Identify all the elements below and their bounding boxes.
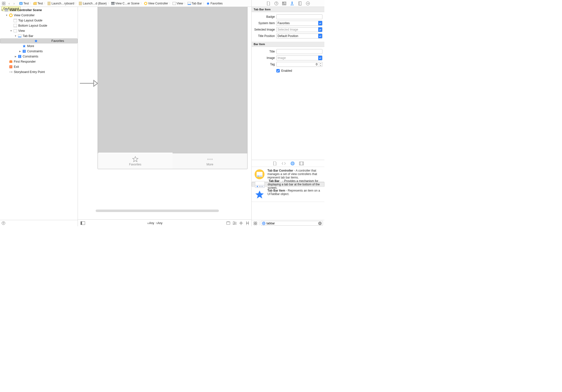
breadcrumb: Test〉 Test〉 Launch…ryboard〉 Launch…d (Ba… (19, 2, 223, 5)
breadcrumb-tabbar[interactable]: Tab Bar (187, 2, 202, 5)
svg-rect-7 (79, 2, 82, 5)
library-search-input[interactable] (266, 222, 317, 225)
size-class-control[interactable]: wAny hAny (88, 221, 222, 225)
svg-rect-38 (14, 29, 17, 32)
section-baritem: Bar Item (252, 42, 324, 47)
breadcrumb-vc[interactable]: View Controller (143, 2, 169, 5)
canvas-tab-favorites[interactable]: Favorites (98, 153, 173, 169)
svg-text:?: ? (276, 2, 277, 5)
svg-marker-81 (247, 222, 248, 224)
breadcrumb-storyboard[interactable]: Launch…ryboard (47, 2, 75, 5)
help-inspector-icon[interactable]: ? (274, 1, 279, 6)
tree-more[interactable]: More (0, 43, 78, 49)
tree-scene[interactable]: ▼ View Controller Scene (0, 7, 78, 13)
tree-tabbar[interactable]: ▼ Tab Bar (0, 33, 78, 38)
title-position-select[interactable]: Default Position▴▾ (276, 34, 322, 38)
system-item-select[interactable]: Favorites▴▾ (276, 21, 322, 26)
connections-inspector-icon[interactable] (306, 1, 310, 6)
svg-point-65 (211, 159, 212, 160)
pin-button[interactable] (239, 221, 243, 225)
library-tab-bar (252, 160, 324, 167)
svg-marker-62 (133, 157, 138, 162)
tree-first-responder[interactable]: First Responder (0, 59, 78, 64)
enabled-checkbox[interactable]: Enabled (276, 69, 322, 72)
constraints-icon (18, 54, 22, 58)
library-item-tabbaritem[interactable]: Tab Bar Item - Represents an item on a U… (252, 187, 324, 202)
svg-rect-102 (256, 222, 257, 223)
breadcrumb-label: View (177, 2, 183, 5)
tree-top-guide[interactable]: Top Layout Guide (0, 18, 78, 23)
tag-stepper[interactable]: ▲▼ (319, 62, 322, 67)
image-select[interactable]: Image▴▾ (276, 55, 322, 60)
svg-point-105 (262, 222, 265, 225)
search-scope-icon[interactable] (262, 222, 265, 225)
code-snippet-library-icon[interactable] (281, 161, 286, 166)
clear-search-icon[interactable]: ✕ (318, 222, 322, 225)
library-footer: ✕ (252, 220, 324, 226)
selected-image-select[interactable]: Selected Image▴▾ (276, 27, 322, 32)
resolve-button[interactable] (246, 221, 249, 225)
library-item-tabbar[interactable]: Tab Bar - Provides a mechanism for displ… (252, 182, 324, 187)
file-inspector-icon[interactable] (266, 1, 271, 6)
scene-icon (4, 8, 8, 12)
horizontal-scrollbar[interactable] (96, 210, 219, 212)
svg-marker-61 (94, 80, 98, 86)
svg-marker-80 (246, 222, 247, 224)
size-inspector-icon[interactable] (298, 1, 302, 6)
align-button[interactable] (233, 221, 237, 225)
constraints-icon (22, 49, 26, 53)
canvas-footer-bar: wAny hAny (78, 219, 251, 226)
tree-constraints-inner[interactable]: ▶ Constraints (0, 49, 78, 54)
tree-exit[interactable]: Exit (0, 64, 78, 69)
object-library-icon[interactable] (290, 161, 295, 166)
back-button[interactable]: ‹ (7, 1, 11, 5)
svg-rect-67 (81, 221, 82, 225)
svg-marker-100 (255, 191, 264, 198)
tree-favorites[interactable]: Favorites (0, 38, 78, 43)
breadcrumb-project[interactable]: Test (19, 2, 29, 5)
breadcrumb-view[interactable]: View (172, 2, 184, 5)
file-template-library-icon[interactable] (273, 161, 277, 166)
breadcrumb-label: View Controller (148, 2, 168, 5)
chevron-updown-icon: ▴▾ (318, 21, 322, 25)
stack-button[interactable] (226, 221, 230, 225)
outline-toggle-button[interactable] (78, 221, 88, 225)
library-list[interactable]: Tab Bar Controller - A controller that m… (252, 167, 324, 220)
svg-point-97 (259, 186, 260, 187)
badge-field[interactable] (276, 14, 322, 19)
canvas-tab-more[interactable]: More (173, 153, 247, 169)
tree-entry-point[interactable]: Storyboard Entry Point (0, 69, 78, 74)
enabled-label: Enabled (281, 69, 292, 72)
canvas: Favorites More (78, 7, 251, 226)
breadcrumb-favorites[interactable]: Favorites (206, 2, 223, 5)
star-icon (22, 39, 50, 43)
filter-gear-icon[interactable] (1, 221, 6, 226)
label-title-position: Title Position (254, 34, 275, 38)
forward-button[interactable]: › (12, 1, 16, 5)
tag-field[interactable] (276, 62, 319, 67)
breadcrumb-storyboard-base[interactable]: Launch…d (Base) (78, 2, 107, 5)
breadcrumb-folder[interactable]: Test (33, 2, 43, 5)
guide-icon (13, 24, 17, 28)
tree-bottom-guide[interactable]: Bottom Layout Guide (0, 23, 78, 28)
related-items-icon[interactable] (1, 1, 6, 6)
library-search[interactable]: ✕ (261, 221, 323, 226)
tree-constraints[interactable]: ▶ Constraints (0, 54, 78, 59)
svg-rect-40 (18, 36, 21, 37)
svg-point-63 (208, 159, 209, 160)
label-image: Image (254, 56, 275, 60)
breadcrumb-label: Launch…ryboard (52, 2, 74, 5)
identity-inspector-icon[interactable] (282, 1, 286, 6)
tree-view[interactable]: ▼ View (0, 28, 78, 33)
device-canvas[interactable]: Favorites More (98, 7, 247, 169)
svg-rect-104 (256, 224, 257, 225)
attributes-inspector-icon[interactable] (290, 1, 294, 6)
tree-viewcontroller[interactable]: ▼ View Controller (0, 13, 78, 18)
media-library-icon[interactable] (299, 161, 304, 166)
breadcrumb-label: Test (23, 2, 29, 5)
title-field[interactable] (276, 49, 322, 54)
svg-rect-34 (14, 19, 17, 22)
canvas-tab-label: More (207, 163, 213, 166)
library-grid-view-icon[interactable] (253, 221, 258, 226)
breadcrumb-scene[interactable]: View C…er Scene (111, 2, 140, 5)
